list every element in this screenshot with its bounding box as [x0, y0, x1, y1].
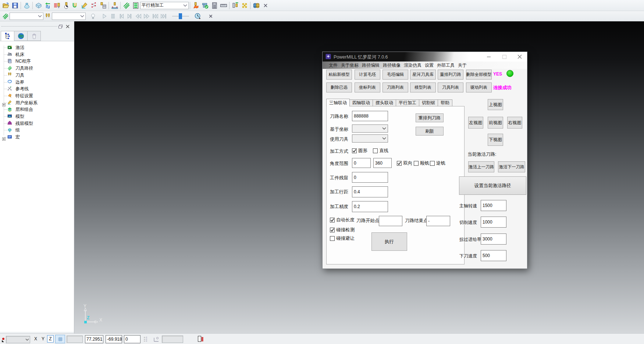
pause-icon[interactable] [108, 12, 117, 21]
draft-pencil-icon[interactable] [80, 1, 89, 10]
action-button-删除全部模型[interactable]: 删除全部模型 [466, 70, 492, 80]
view-front-button[interactable]: 前视图 [488, 117, 503, 129]
pattern-points-icon[interactable] [89, 1, 98, 10]
tree-item-models[interactable]: 模型 [7, 113, 24, 120]
dialog-tab-平行加工[interactable]: 平行加工 [396, 99, 419, 106]
angle-from-input[interactable] [352, 158, 371, 168]
dialog-tab-帮助[interactable]: 帮助 [438, 99, 452, 106]
bulb-icon[interactable] [89, 12, 97, 21]
machine-verify-icon[interactable] [200, 1, 210, 10]
checkbox[interactable] [373, 148, 378, 153]
tree-item-toolpaths[interactable]: 刀具路径 [7, 65, 33, 72]
tool-drills-icon[interactable] [43, 12, 52, 21]
speed-input-切削速度[interactable] [481, 217, 506, 228]
stock-input[interactable] [352, 172, 388, 183]
transform-arrows-icon[interactable] [240, 1, 249, 10]
autolen-checkbox[interactable]: 自动长度 [330, 217, 355, 223]
dialog-tab-四轴联动[interactable]: 四轴联动 [349, 99, 373, 106]
create-toolpath-icon[interactable] [43, 1, 52, 10]
fast-forward-icon[interactable] [142, 12, 151, 21]
speed-input-掠过进给率[interactable] [481, 234, 506, 245]
tree-item-patterns[interactable]: 参考线 [7, 85, 29, 92]
xyz-list-icon[interactable] [143, 336, 149, 342]
dialog-tab-切割锯[interactable]: 切割锯 [419, 99, 438, 106]
status-combo[interactable] [6, 336, 30, 343]
toolpath-name-input[interactable] [352, 111, 388, 121]
y-axis-button[interactable]: Y [40, 335, 46, 343]
checkbox[interactable] [397, 161, 402, 166]
checkbox[interactable] [330, 218, 335, 222]
checkbox[interactable] [430, 161, 435, 166]
tool-pair-icon[interactable] [231, 1, 240, 10]
action-button-重排列刀路[interactable]: 重排列刀路 [438, 70, 463, 80]
rearrange-toolpath-button[interactable]: 重排列刀路 [416, 113, 444, 122]
coord-y-value[interactable]: -69.918 [106, 335, 122, 343]
action-button-驱动列表[interactable]: 驱动列表 [466, 83, 492, 92]
toolbar-combobox[interactable] [52, 13, 86, 20]
action-button-删除已选[interactable]: 删除已选 [326, 83, 352, 92]
bidir-checkbox[interactable]: 双向 [397, 160, 412, 166]
clipboard-icon[interactable] [197, 336, 204, 343]
end-input[interactable] [426, 216, 450, 226]
action-button-坐标列表[interactable]: 坐标列表 [355, 83, 380, 92]
mode-line-checkbox[interactable]: 直线 [373, 148, 388, 154]
action-button-星河刀具库[interactable]: 星河刀具库 [410, 70, 436, 80]
menu-关于[interactable]: 关于 [458, 62, 467, 69]
toolholder-box-icon[interactable] [98, 1, 107, 10]
speed-input-主轴转速[interactable] [481, 200, 506, 211]
view-top-button[interactable]: 上视图 [488, 99, 503, 110]
menu-渲染仿真[interactable]: 渲染仿真 [404, 62, 421, 69]
stepover-input[interactable] [352, 186, 388, 197]
close-x-icon[interactable] [206, 12, 215, 21]
view-left-button[interactable]: 左视图 [468, 117, 483, 129]
x-axis-button[interactable]: X [32, 335, 39, 343]
save-project-icon[interactable] [10, 1, 19, 10]
view-bottom-button[interactable]: 下视图 [488, 134, 503, 146]
collision-u-icon[interactable] [71, 1, 80, 10]
create-tool-icon[interactable] [61, 1, 71, 10]
tree-expander[interactable] [2, 136, 6, 139]
tolerance-input[interactable] [352, 201, 388, 212]
calculator-icon[interactable] [210, 1, 219, 10]
explorer-tab-globe[interactable] [14, 31, 28, 41]
toolbar-combobox[interactable] [10, 13, 43, 20]
panel-float-button[interactable] [58, 24, 63, 29]
tool-select[interactable] [352, 134, 388, 143]
tree-item-nc-programs[interactable]: NC程序 [7, 58, 31, 65]
dialog-tab-摆头联动[interactable]: 摆头联动 [373, 99, 396, 106]
menu-路径编辑[interactable]: 路径编辑 [362, 62, 380, 69]
execute-button[interactable]: 执行 [371, 232, 407, 251]
prev-toolpath-button[interactable]: 激活上一刀路 [468, 161, 494, 172]
toolbar-combobox[interactable]: 平行精加工 [140, 2, 189, 9]
tree-item-boundaries[interactable]: 边界 [7, 79, 24, 86]
slider-handle[interactable] [179, 13, 182, 19]
next-toolpath-button[interactable]: 激活下一刀路 [498, 161, 525, 172]
minimize-button[interactable] [483, 52, 495, 62]
menu-关于坐标[interactable]: 关于坐标 [341, 62, 359, 69]
checkbox[interactable] [330, 228, 335, 232]
menu-路径镜像[interactable]: 路径镜像 [383, 62, 401, 69]
play-icon[interactable] [100, 12, 108, 21]
checkbox[interactable] [414, 161, 419, 166]
block-icon[interactable] [34, 1, 43, 10]
collision-check-checkbox[interactable]: 碰撞检测 [330, 227, 355, 233]
tree-expander[interactable] [2, 101, 6, 105]
speed-input-下刀速度[interactable] [481, 250, 506, 261]
go-end-icon[interactable] [159, 12, 168, 21]
view-right-button[interactable]: 右视图 [507, 117, 522, 129]
tree-item-feature-sets[interactable]: 特征设置 [7, 92, 33, 99]
climb-checkbox[interactable]: 顺铣 [414, 160, 429, 166]
coord-z-value[interactable]: 0 [124, 335, 140, 343]
checkbox[interactable] [330, 236, 335, 241]
start-input[interactable] [379, 216, 402, 226]
print-icon[interactable] [22, 1, 31, 10]
checkbox[interactable] [352, 148, 357, 153]
menu-文件[interactable]: 文件 [329, 62, 338, 69]
tree-item-tools[interactable]: 刀具 [7, 72, 24, 79]
toolpath-ribbon-icon[interactable] [122, 1, 131, 10]
collision-burst-icon[interactable] [191, 1, 200, 10]
coord-x-value[interactable]: 77.2951 [85, 335, 103, 343]
tree-item-activate[interactable]: 激活 [7, 44, 24, 51]
nc-program-icon[interactable] [52, 1, 61, 10]
clock-icon[interactable] [193, 12, 202, 21]
